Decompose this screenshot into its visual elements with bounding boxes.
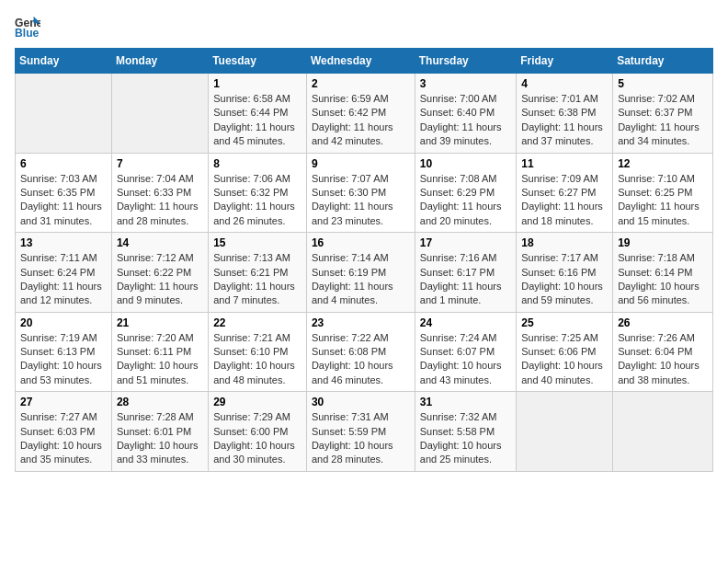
sunrise: Sunrise: 7:01 AM: [521, 92, 608, 106]
sunrise: Sunrise: 7:16 AM: [420, 251, 511, 265]
sunset: Sunset: 6:35 PM: [20, 186, 107, 200]
day-number: 23: [312, 316, 410, 329]
calendar-cell: 6 Sunrise: 7:03 AM Sunset: 6:35 PM Dayli…: [16, 153, 112, 233]
day-number: 15: [213, 236, 301, 249]
calendar-cell: 21 Sunrise: 7:20 AM Sunset: 6:11 PM Dayl…: [111, 312, 208, 392]
calendar-cell: 13 Sunrise: 7:11 AM Sunset: 6:24 PM Dayl…: [16, 233, 112, 313]
calendar-week-row: 13 Sunrise: 7:11 AM Sunset: 6:24 PM Dayl…: [16, 233, 713, 313]
sunset: Sunset: 6:11 PM: [117, 345, 203, 359]
day-info: Sunrise: 7:03 AM Sunset: 6:35 PM Dayligh…: [20, 172, 107, 229]
calendar-cell: 16 Sunrise: 7:14 AM Sunset: 6:19 PM Dayl…: [306, 233, 415, 313]
calendar-table: SundayMondayTuesdayWednesdayThursdayFrid…: [15, 48, 713, 472]
day-info: Sunrise: 7:08 AM Sunset: 6:29 PM Dayligh…: [420, 172, 511, 229]
sunset: Sunset: 6:27 PM: [521, 186, 608, 200]
calendar-cell: 23 Sunrise: 7:22 AM Sunset: 6:08 PM Dayl…: [306, 312, 415, 392]
day-info: Sunrise: 7:29 AM Sunset: 6:00 PM Dayligh…: [213, 410, 301, 467]
day-info: Sunrise: 6:59 AM Sunset: 6:42 PM Dayligh…: [312, 92, 410, 149]
day-number: 20: [20, 316, 107, 329]
logo-icon: General Blue: [15, 15, 40, 40]
sunrise: Sunrise: 7:29 AM: [213, 410, 301, 424]
sunrise: Sunrise: 7:08 AM: [420, 172, 511, 186]
sunrise: Sunrise: 7:31 AM: [312, 410, 410, 424]
sunrise: Sunrise: 7:19 AM: [20, 331, 107, 345]
day-info: Sunrise: 7:11 AM Sunset: 6:24 PM Dayligh…: [20, 251, 107, 308]
day-info: Sunrise: 7:28 AM Sunset: 6:01 PM Dayligh…: [117, 410, 203, 467]
sunrise: Sunrise: 7:09 AM: [521, 172, 608, 186]
daylight: Daylight: 10 hours and 56 minutes.: [618, 280, 708, 308]
day-info: Sunrise: 7:01 AM Sunset: 6:38 PM Dayligh…: [521, 92, 608, 149]
day-info: Sunrise: 7:27 AM Sunset: 6:03 PM Dayligh…: [20, 410, 107, 467]
sunrise: Sunrise: 7:20 AM: [117, 331, 203, 345]
sunset: Sunset: 6:32 PM: [213, 186, 301, 200]
calendar-cell: [111, 74, 208, 154]
sunset: Sunset: 6:42 PM: [312, 106, 410, 120]
sunset: Sunset: 5:59 PM: [312, 425, 410, 439]
day-info: Sunrise: 7:02 AM Sunset: 6:37 PM Dayligh…: [618, 92, 708, 149]
calendar-cell: 2 Sunrise: 6:59 AM Sunset: 6:42 PM Dayli…: [306, 74, 415, 154]
calendar-week-row: 27 Sunrise: 7:27 AM Sunset: 6:03 PM Dayl…: [16, 392, 713, 472]
sunset: Sunset: 5:58 PM: [420, 425, 511, 439]
daylight: Daylight: 11 hours and 23 minutes.: [312, 200, 410, 228]
sunset: Sunset: 6:16 PM: [521, 266, 608, 280]
day-number: 6: [20, 157, 107, 170]
calendar-cell: 8 Sunrise: 7:06 AM Sunset: 6:32 PM Dayli…: [209, 153, 307, 233]
sunrise: Sunrise: 7:02 AM: [618, 92, 708, 106]
day-info: Sunrise: 7:06 AM Sunset: 6:32 PM Dayligh…: [213, 172, 301, 229]
day-info: Sunrise: 7:16 AM Sunset: 6:17 PM Dayligh…: [420, 251, 511, 308]
header-day: Tuesday: [209, 49, 307, 74]
daylight: Daylight: 11 hours and 15 minutes.: [618, 200, 708, 228]
calendar-cell: 25 Sunrise: 7:25 AM Sunset: 6:06 PM Dayl…: [517, 312, 613, 392]
day-info: Sunrise: 7:26 AM Sunset: 6:04 PM Dayligh…: [618, 331, 708, 388]
logo: General Blue: [15, 15, 44, 40]
sunset: Sunset: 6:07 PM: [420, 345, 511, 359]
daylight: Daylight: 10 hours and 46 minutes.: [312, 359, 410, 387]
sunset: Sunset: 6:14 PM: [618, 266, 708, 280]
day-number: 18: [521, 236, 608, 249]
sunrise: Sunrise: 6:59 AM: [312, 92, 410, 106]
sunset: Sunset: 6:13 PM: [20, 345, 107, 359]
daylight: Daylight: 10 hours and 25 minutes.: [420, 439, 511, 467]
sunrise: Sunrise: 7:11 AM: [20, 251, 107, 265]
sunset: Sunset: 6:08 PM: [312, 345, 410, 359]
day-number: 28: [117, 396, 203, 408]
calendar-body: 1 Sunrise: 6:58 AM Sunset: 6:44 PM Dayli…: [16, 74, 713, 472]
daylight: Daylight: 10 hours and 38 minutes.: [618, 359, 708, 387]
calendar-cell: 18 Sunrise: 7:17 AM Sunset: 6:16 PM Dayl…: [517, 233, 613, 313]
sunrise: Sunrise: 7:18 AM: [618, 251, 708, 265]
sunset: Sunset: 6:38 PM: [521, 106, 608, 120]
sunset: Sunset: 6:06 PM: [521, 345, 608, 359]
daylight: Daylight: 11 hours and 31 minutes.: [20, 200, 107, 228]
sunrise: Sunrise: 6:58 AM: [213, 92, 301, 106]
sunset: Sunset: 6:30 PM: [312, 186, 410, 200]
sunrise: Sunrise: 7:10 AM: [618, 172, 708, 186]
calendar-cell: 20 Sunrise: 7:19 AM Sunset: 6:13 PM Dayl…: [16, 312, 112, 392]
header-day: Thursday: [415, 49, 516, 74]
day-info: Sunrise: 7:18 AM Sunset: 6:14 PM Dayligh…: [618, 251, 708, 308]
calendar-cell: 17 Sunrise: 7:16 AM Sunset: 6:17 PM Dayl…: [415, 233, 516, 313]
sunrise: Sunrise: 7:06 AM: [213, 172, 301, 186]
day-number: 14: [117, 236, 203, 249]
daylight: Daylight: 10 hours and 48 minutes.: [213, 359, 301, 387]
day-number: 31: [420, 396, 511, 408]
day-number: 22: [213, 316, 301, 329]
day-number: 16: [312, 236, 410, 249]
header-day: Wednesday: [306, 49, 415, 74]
daylight: Daylight: 10 hours and 33 minutes.: [117, 439, 203, 467]
day-info: Sunrise: 7:21 AM Sunset: 6:10 PM Dayligh…: [213, 331, 301, 388]
day-info: Sunrise: 7:25 AM Sunset: 6:06 PM Dayligh…: [521, 331, 608, 388]
day-info: Sunrise: 7:31 AM Sunset: 5:59 PM Dayligh…: [312, 410, 410, 467]
sunrise: Sunrise: 7:24 AM: [420, 331, 511, 345]
day-number: 12: [618, 157, 708, 170]
sunset: Sunset: 6:24 PM: [20, 266, 107, 280]
calendar-cell: [16, 74, 112, 154]
calendar-cell: 27 Sunrise: 7:27 AM Sunset: 6:03 PM Dayl…: [16, 392, 112, 472]
header-day: Monday: [111, 49, 208, 74]
sunset: Sunset: 6:40 PM: [420, 106, 511, 120]
day-number: 27: [20, 396, 107, 408]
sunrise: Sunrise: 7:04 AM: [117, 172, 203, 186]
day-number: 11: [521, 157, 608, 170]
day-number: 29: [213, 396, 301, 408]
day-info: Sunrise: 6:58 AM Sunset: 6:44 PM Dayligh…: [213, 92, 301, 149]
calendar-cell: [517, 392, 613, 472]
daylight: Daylight: 10 hours and 59 minutes.: [521, 280, 608, 308]
